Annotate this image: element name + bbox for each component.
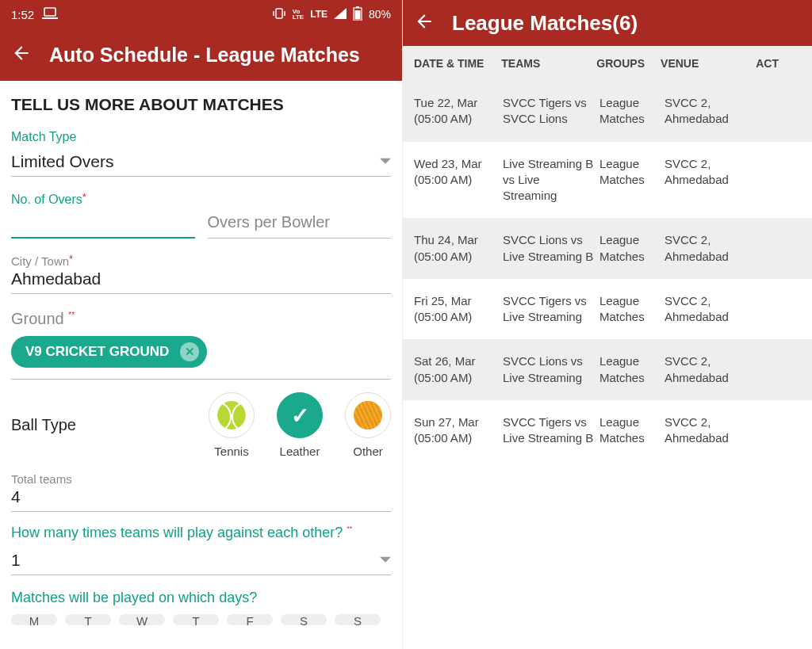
day-w[interactable]: W — [119, 614, 165, 625]
overs-label: No. of Overs* — [11, 193, 195, 207]
lte-label: LTE — [310, 9, 327, 20]
col-venue-header: VENUE — [661, 57, 756, 70]
table-row[interactable]: Thu 24, Mar (05:00 AM)SVCC Lions vs Live… — [403, 218, 812, 279]
total-teams-label: Total teams — [11, 472, 391, 486]
battery-icon — [353, 6, 362, 23]
col-act-header: ACT — [756, 57, 812, 70]
city-label: City / Town* — [11, 254, 391, 268]
divider — [11, 379, 391, 380]
cell-datetime: Fri 25, Mar (05:00 AM) — [414, 293, 503, 326]
chevron-down-icon — [380, 553, 391, 567]
cell-teams: SVCC Lions vs Live Streaming — [503, 353, 599, 386]
table-row[interactable]: Wed 23, Mar (05:00 AM)Live Streaming B v… — [403, 142, 812, 219]
ball-type-label: Ball Type — [11, 416, 209, 434]
match-type-label: Match Type — [11, 130, 391, 144]
ball-tennis-label: Tennis — [214, 445, 248, 458]
cell-groups: League Matches — [599, 414, 665, 447]
day-t2[interactable]: T — [173, 614, 219, 625]
cell-teams: SVCC Tigers vs SVCC Lions — [503, 95, 599, 128]
ball-option-other[interactable]: Other — [345, 392, 391, 458]
ball-other-label: Other — [353, 445, 383, 458]
right-screen: League Matches(6) DATE & TIME TEAMS GROU… — [403, 0, 812, 649]
overs-input[interactable] — [11, 210, 195, 239]
ball-option-tennis[interactable]: Tennis — [209, 392, 255, 458]
svg-rect-7 — [354, 10, 360, 20]
table-row[interactable]: Tue 22, Mar (05:00 AM)SVCC Tigers vs SVC… — [403, 81, 812, 142]
total-teams-value: 4 — [11, 486, 391, 512]
battery-percent: 80% — [369, 8, 391, 21]
play-times-value: 1 — [11, 551, 380, 570]
days-row: M T W T F S S — [11, 614, 391, 625]
overs-per-bowler-input[interactable]: Overs per Bowler — [208, 210, 392, 239]
left-content: TELL US MORE ABOUT MATCHES Match Type Li… — [0, 81, 402, 625]
day-t[interactable]: T — [65, 614, 111, 625]
cell-groups: League Matches — [599, 293, 665, 326]
cell-venue: SVCC 2, Ahmedabad — [665, 232, 761, 265]
other-ball-icon — [354, 401, 382, 429]
svg-rect-2 — [276, 9, 282, 18]
cell-teams: SVCC Lions vs Live Streaming B — [503, 232, 599, 265]
match-type-select[interactable]: Limited Overs — [11, 147, 391, 177]
app-bar-right: League Matches(6) — [403, 0, 812, 46]
laptop-icon — [42, 7, 58, 22]
city-input[interactable]: Ahmedabad — [11, 268, 391, 294]
cell-venue: SVCC 2, Ahmedabad — [665, 414, 761, 447]
ground-label: Ground ** — [11, 310, 391, 328]
ground-chip-label: V9 CRICKET GROUND — [25, 344, 169, 360]
signal-icon — [334, 8, 347, 21]
left-screen: 1:52 VoLTE LTE 80% Auto Schedule - Leagu… — [0, 0, 403, 649]
app-bar-left: Auto Schedule - League Matches — [0, 29, 402, 81]
col-datetime-header: DATE & TIME — [414, 57, 501, 70]
ground-chip[interactable]: V9 CRICKET GROUND ✕ — [11, 336, 207, 368]
match-type-value: Limited Overs — [11, 152, 380, 171]
play-times-select[interactable]: 1 — [11, 546, 391, 575]
chevron-down-icon — [380, 155, 391, 169]
days-question: Matches will be played on which days? — [11, 590, 391, 606]
svg-rect-1 — [42, 17, 58, 19]
svg-rect-0 — [44, 8, 56, 16]
day-s[interactable]: S — [281, 614, 327, 625]
cell-datetime: Tue 22, Mar (05:00 AM) — [414, 95, 503, 128]
day-m[interactable]: M — [11, 614, 57, 625]
cell-datetime: Thu 24, Mar (05:00 AM) — [414, 232, 503, 265]
cell-datetime: Wed 23, Mar (05:00 AM) — [414, 156, 503, 204]
table-header: DATE & TIME TEAMS GROUPS VENUE ACT — [403, 46, 812, 81]
table-row[interactable]: Fri 25, Mar (05:00 AM)SVCC Tigers vs Liv… — [403, 279, 812, 340]
cell-datetime: Sun 27, Mar (05:00 AM) — [414, 414, 503, 447]
status-time: 1:52 — [11, 8, 34, 21]
col-groups-header: GROUPS — [596, 57, 661, 70]
check-icon: ✓ — [291, 403, 309, 429]
col-teams-header: TEAMS — [501, 57, 596, 70]
day-f[interactable]: F — [227, 614, 273, 625]
ball-option-leather[interactable]: ✓ Leather — [277, 392, 323, 458]
cell-venue: SVCC 2, Ahmedabad — [665, 293, 761, 326]
cell-groups: League Matches — [599, 353, 665, 386]
back-icon[interactable] — [11, 43, 32, 67]
close-icon[interactable]: ✕ — [180, 342, 199, 361]
cell-venue: SVCC 2, Ahmedabad — [665, 156, 761, 204]
matches-table: DATE & TIME TEAMS GROUPS VENUE ACT Tue 2… — [403, 46, 812, 460]
cell-venue: SVCC 2, Ahmedabad — [665, 95, 761, 128]
status-bar: 1:52 VoLTE LTE 80% — [0, 0, 402, 29]
required-star: * — [82, 191, 86, 203]
required-star: ** — [68, 311, 75, 319]
cell-teams: SVCC Tigers vs Live Streaming B — [503, 414, 599, 447]
table-row[interactable]: Sat 26, Mar (05:00 AM)SVCC Lions vs Live… — [403, 339, 812, 400]
cell-groups: League Matches — [599, 232, 665, 265]
vibrate-icon — [272, 7, 286, 22]
play-times-question: How many times teams will play against e… — [11, 525, 391, 541]
back-icon[interactable] — [414, 11, 435, 35]
cell-venue: SVCC 2, Ahmedabad — [665, 353, 761, 386]
page-title-right: League Matches(6) — [452, 11, 638, 36]
volte-icon: VoLTE — [293, 9, 304, 20]
section-heading: TELL US MORE ABOUT MATCHES — [11, 95, 391, 114]
day-s2[interactable]: S — [335, 614, 381, 625]
required-star: * — [69, 253, 73, 265]
cell-teams: Live Streaming B vs Live Streaming — [503, 156, 599, 204]
required-star: ** — [347, 525, 352, 533]
table-row[interactable]: Sun 27, Mar (05:00 AM)SVCC Tigers vs Liv… — [403, 400, 812, 461]
cell-groups: League Matches — [599, 95, 665, 128]
ball-leather-label: Leather — [280, 445, 320, 458]
page-title-left: Auto Schedule - League Matches — [49, 44, 360, 67]
cell-datetime: Sat 26, Mar (05:00 AM) — [414, 353, 503, 386]
